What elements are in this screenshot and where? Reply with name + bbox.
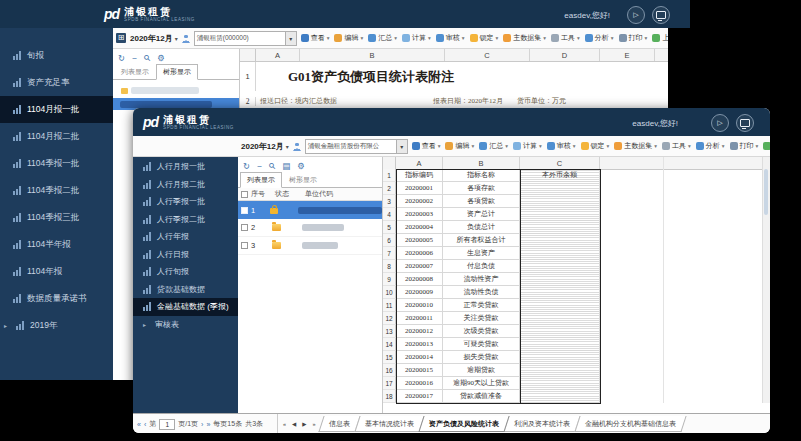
indicator-code-cell[interactable]: 20200002 <box>396 195 443 208</box>
column-header[interactable]: C <box>520 157 600 169</box>
row-number[interactable]: 11 <box>383 299 396 312</box>
first-page-icon[interactable]: « <box>137 421 141 428</box>
indicator-code-cell[interactable]: 20200007 <box>396 260 443 273</box>
column-header[interactable]: C <box>445 49 530 61</box>
sidebar-item[interactable]: ▸ 2019年 <box>0 312 113 339</box>
header-cell-code[interactable]: 指标编码 <box>396 169 443 182</box>
toolbar-button[interactable]: 审核 <box>547 141 576 151</box>
amount-cell[interactable] <box>520 260 600 273</box>
page-number-input[interactable]: 1 <box>159 419 175 430</box>
column-header[interactable]: A <box>396 157 443 169</box>
sidebar-item[interactable]: ▸ 1104年报 <box>0 258 113 285</box>
sidebar-item[interactable]: ▸ 1104季报二批 <box>0 177 113 204</box>
menu-item[interactable]: 人行年报 <box>133 228 238 246</box>
amount-cell[interactable] <box>520 312 600 325</box>
indicator-name-cell[interactable]: 逾期90天以上贷款 <box>443 377 520 390</box>
sidebar-item[interactable]: ▸ 1104月报二批 <box>0 123 113 150</box>
indicator-name-cell[interactable]: 所有者权益合计 <box>443 234 520 247</box>
toolbar-button[interactable]: 打印 <box>619 33 648 43</box>
indicator-name-cell[interactable]: 资产总计 <box>443 208 520 221</box>
toolbar-button[interactable]: 审核 <box>436 33 465 43</box>
minus-icon[interactable]: − <box>132 53 137 63</box>
indicator-code-cell[interactable]: 20200012 <box>396 325 443 338</box>
panel-view-tab[interactable]: 树形显示 <box>283 173 323 187</box>
last-page-icon[interactable]: » <box>206 421 210 428</box>
indicator-code-cell[interactable]: 20200016 <box>396 377 443 390</box>
toolbar-button[interactable]: 打印 <box>730 141 759 151</box>
search-icon[interactable]: ⚲ <box>141 52 152 63</box>
row-number[interactable]: 18 <box>383 390 396 403</box>
row-number[interactable]: 8 <box>383 260 396 273</box>
row-number[interactable]: 14 <box>383 338 396 351</box>
toolbar-button[interactable]: 分析 <box>696 141 725 151</box>
row-checkbox[interactable] <box>241 242 248 249</box>
amount-cell[interactable] <box>520 325 600 338</box>
sidebar-item[interactable]: ▸ 旬报 <box>0 42 113 69</box>
indicator-code-cell[interactable]: 20200004 <box>396 221 443 234</box>
toolbar-button[interactable]: 计算 <box>402 33 431 43</box>
indicator-name-cell[interactable]: 损失类贷款 <box>443 351 520 364</box>
amount-cell[interactable] <box>520 208 600 221</box>
menu-item[interactable]: 人行旬报 <box>133 263 238 281</box>
menu-item[interactable]: 贷款基础数据 <box>133 281 238 299</box>
row-number[interactable]: 3 <box>383 195 396 208</box>
row-number[interactable]: 17 <box>383 377 396 390</box>
refresh-icon[interactable]: ↻ <box>118 53 125 63</box>
chevron-down-icon[interactable]: ▾ <box>285 32 296 45</box>
toolbar-button[interactable]: 上报 <box>652 33 668 43</box>
amount-cell[interactable] <box>520 364 600 377</box>
panel-view-tab[interactable]: 列表显示 <box>115 65 155 79</box>
select-all-checkbox[interactable] <box>241 191 248 198</box>
menu-item[interactable]: 人行季报二批 <box>133 211 238 229</box>
search-icon[interactable]: ⚲ <box>266 160 277 171</box>
row-number[interactable]: 13 <box>383 325 396 338</box>
indicator-code-cell[interactable]: 20200001 <box>396 182 443 195</box>
row-number[interactable]: 1 <box>383 169 396 182</box>
row-number[interactable]: 2 <box>240 97 256 106</box>
amount-cell[interactable] <box>520 234 600 247</box>
sidebar-item[interactable]: ▸ 资产充足率 <box>0 69 113 96</box>
export-icon[interactable]: ▤ <box>282 161 290 171</box>
indicator-name-cell[interactable]: 负债总计 <box>443 221 520 234</box>
toolbar-button[interactable]: 查看 <box>301 33 330 43</box>
menu-item[interactable]: 人行月报一批 <box>133 158 238 176</box>
amount-cell[interactable] <box>520 273 600 286</box>
amount-cell[interactable] <box>520 338 600 351</box>
launch-icon[interactable]: ▷ <box>627 6 645 24</box>
column-header[interactable]: B <box>300 49 445 61</box>
monitor-icon[interactable] <box>652 6 670 24</box>
indicator-name-cell[interactable]: 流动性资产 <box>443 273 520 286</box>
refresh-icon[interactable]: ↻ <box>243 161 250 171</box>
toolbar-button[interactable]: 工具 <box>551 33 580 43</box>
next-page-icon[interactable]: › <box>201 421 203 428</box>
amount-cell[interactable] <box>520 390 600 403</box>
toolbar-button[interactable]: 上报 <box>763 141 770 151</box>
toolbar-button[interactable]: 查看 <box>412 141 441 151</box>
amount-cell[interactable] <box>520 182 600 195</box>
indicator-name-cell[interactable]: 正常类贷款 <box>443 299 520 312</box>
sidebar-item[interactable]: ▸ 1104季报一批 <box>0 150 113 177</box>
toolbar-button[interactable]: 汇总 <box>368 33 397 43</box>
sheet-tab[interactable]: 资产负债及风险统计表 <box>418 416 509 432</box>
panel-view-tab[interactable]: 树形显示 <box>156 64 198 80</box>
minus-icon[interactable]: − <box>257 161 262 171</box>
indicator-code-cell[interactable]: 20200010 <box>396 299 443 312</box>
vertical-scrollbar[interactable] <box>762 157 770 403</box>
row-number[interactable]: 6 <box>383 234 396 247</box>
report-title-cell[interactable]: G01资产负债项目统计表附注 <box>256 62 486 91</box>
toolbar-button[interactable]: 锁定 <box>581 141 610 151</box>
column-header[interactable]: E <box>600 49 655 61</box>
indicator-code-cell[interactable]: 20200014 <box>396 351 443 364</box>
tab-prev-icon[interactable]: ◀ <box>292 421 297 427</box>
sidebar-item[interactable]: ▸ 数据质量承诺书 <box>0 285 113 312</box>
sheet-tab[interactable]: 利润及资本统计表 <box>503 416 580 432</box>
header-cell-amount[interactable]: 本外币余额 <box>520 169 600 182</box>
indicator-code-cell[interactable]: 20200013 <box>396 338 443 351</box>
prev-page-icon[interactable]: ‹ <box>144 421 146 428</box>
menu-item[interactable]: 人行季报一批 <box>133 193 238 211</box>
tree-node[interactable] <box>113 85 239 96</box>
amount-cell[interactable] <box>520 221 600 234</box>
indicator-code-cell[interactable]: 20200006 <box>396 247 443 260</box>
tab-next-icon[interactable]: ▶ <box>302 421 307 427</box>
column-header[interactable]: D <box>530 49 600 61</box>
